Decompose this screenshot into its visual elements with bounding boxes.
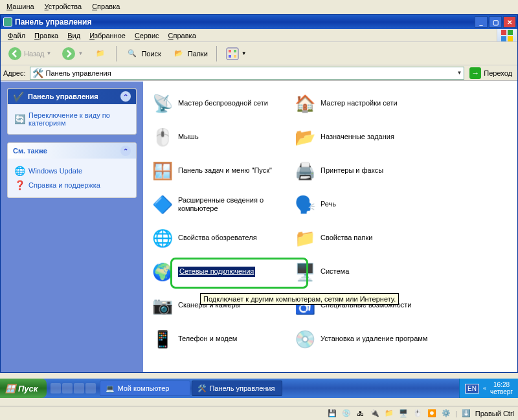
- cpl-item-label: Назначенные задания: [321, 133, 394, 141]
- ql-ie-icon[interactable]: [51, 383, 61, 393]
- menu-view[interactable]: Вид: [63, 30, 85, 41]
- cpl-item-label: Панель задач и меню "Пуск": [178, 166, 272, 175]
- menu-favorites[interactable]: Избранное: [85, 30, 130, 41]
- chevron-down-icon[interactable]: ▼: [456, 70, 462, 76]
- collapse-button[interactable]: ⌃: [120, 91, 131, 102]
- switch-category-view[interactable]: 🔄 Переключение к виду по категориям: [14, 109, 130, 129]
- back-label: Назад: [24, 50, 45, 58]
- network-connections-icon: 🌍: [151, 260, 174, 283]
- clock-day: четверг: [490, 388, 513, 395]
- wireless-wizard-icon: 📡: [151, 92, 174, 115]
- svg-rect-3: [508, 36, 513, 41]
- content-area: ✔️ Панель управления ⌃ 🔄 Переключение к …: [1, 81, 517, 372]
- system-tray: EN « 16:28 четверг: [459, 379, 518, 398]
- help-support-label: Справка и поддержка: [28, 181, 100, 189]
- vm-menu-help[interactable]: Справка: [88, 1, 124, 12]
- vm-net-icon[interactable]: 🖧: [355, 408, 366, 419]
- folder-options-icon: 📁: [293, 227, 317, 250]
- menu-help[interactable]: Справка: [164, 30, 201, 41]
- address-value: Панель управления: [46, 69, 111, 77]
- vm-menubar: Машина Устройства Справка: [0, 0, 518, 13]
- windows-flag-icon: [497, 29, 516, 41]
- close-button[interactable]: ✕: [503, 16, 516, 28]
- link-windows-update[interactable]: 🌐 Windows Update: [14, 164, 130, 178]
- cpl-item-add-remove-programs[interactable]: 💿Установка и удаление программ: [291, 325, 433, 353]
- folder-up-icon: 📁: [93, 47, 107, 61]
- folders-button[interactable]: 📂 Папки: [167, 44, 212, 63]
- svg-rect-1: [508, 30, 513, 35]
- forward-icon: [62, 47, 76, 61]
- clock[interactable]: 16:28 четверг: [490, 381, 513, 395]
- speech-icon: 🗣️: [293, 193, 317, 216]
- menu-edit[interactable]: Правка: [30, 30, 63, 41]
- vm-menu-machine[interactable]: Машина: [3, 1, 38, 12]
- scanners-cameras-icon: 📷: [151, 294, 174, 317]
- svg-rect-10: [234, 55, 236, 58]
- cpl-item-system-info[interactable]: 🔷Расширенные сведения о компьютере: [148, 190, 291, 219]
- ql-desktop-icon[interactable]: [62, 383, 73, 393]
- chevron-down-icon: ▼: [78, 50, 83, 56]
- cpl-item-phone-modem[interactable]: 📱Телефон и модем: [148, 325, 291, 353]
- cpl-item-mouse[interactable]: 🖱️Мышь: [148, 123, 291, 151]
- vm-mouse-icon[interactable]: 🖱️: [412, 408, 423, 419]
- svg-rect-7: [229, 50, 231, 52]
- task-control-panel[interactable]: 🛠️ Панель управления: [192, 381, 282, 396]
- cpl-item-scheduled-tasks[interactable]: 📂Назначенные задания: [291, 123, 433, 151]
- maximize-button[interactable]: ▢: [489, 16, 502, 28]
- ql-media-icon[interactable]: [74, 383, 84, 393]
- tray-expand-icon[interactable]: «: [483, 385, 486, 392]
- cpl-item-taskbar-start[interactable]: 🪟Панель задач и меню "Пуск": [148, 157, 291, 185]
- windows-update-label: Windows Update: [28, 167, 82, 175]
- vm-cpu-icon[interactable]: ⚙️: [441, 408, 451, 419]
- start-button[interactable]: 🪟 Пуск: [0, 379, 47, 398]
- collapse-button[interactable]: ⌃: [120, 146, 131, 156]
- vm-status-bar: 💾 💿 🖧 🔌 📁 🖥️ 🖱️ ⏺️ ⚙️ | ⬇️ Правый Ctrl: [0, 406, 518, 420]
- control-panel-icon: [3, 17, 12, 27]
- go-label: Переход: [484, 69, 512, 77]
- taskbar: 🪟 Пуск 💻 Мой компьютер 🛠️ Панель управле…: [0, 379, 518, 398]
- cpl-item-network-wizard[interactable]: 🏠Мастер настройки сети: [291, 89, 433, 118]
- vm-shared-icon[interactable]: 📁: [384, 408, 394, 419]
- menu-file[interactable]: Файл: [3, 30, 30, 41]
- cpl-item-internet-options[interactable]: 🌐Свойства обозревателя: [148, 224, 291, 252]
- control-panel-icon: ✔️: [13, 91, 24, 102]
- control-panel-icon: 🛠️: [32, 68, 43, 78]
- views-button[interactable]: ▼: [221, 44, 251, 63]
- vm-cd-icon[interactable]: 💿: [341, 408, 352, 419]
- task-my-computer[interactable]: 💻 Мой компьютер: [100, 381, 190, 396]
- cpl-item-network-connections[interactable]: 🌍Сетевые подключения: [148, 258, 291, 286]
- go-arrow-icon: →: [469, 67, 481, 79]
- minimize-button[interactable]: _: [475, 16, 488, 28]
- svg-rect-2: [501, 36, 506, 41]
- forward-button[interactable]: ▼: [57, 44, 87, 63]
- cpl-item-system[interactable]: 🖥️Система: [291, 258, 433, 286]
- sidebar-panel-main: ✔️ Панель управления ⌃ 🔄 Переключение к …: [7, 88, 137, 135]
- mouse-icon: 🖱️: [151, 126, 174, 149]
- link-help-support[interactable]: ❓ Справка и поддержка: [14, 178, 130, 192]
- vm-rec-icon[interactable]: ⏺️: [427, 408, 437, 419]
- cpl-item-folder-options[interactable]: 📁Свойства папки: [291, 224, 433, 252]
- vm-hdd-icon[interactable]: 💾: [327, 408, 337, 419]
- go-button[interactable]: → Переход: [467, 67, 515, 79]
- lang-indicator[interactable]: EN: [465, 384, 479, 393]
- clock-time: 16:28: [490, 381, 513, 388]
- address-field[interactable]: 🛠️ Панель управления ▼: [30, 67, 465, 80]
- cpl-item-speech[interactable]: 🗣️Речь: [291, 190, 433, 219]
- switch-icon: 🔄: [14, 114, 25, 124]
- cpl-item-label: Сетевые подключения: [178, 267, 255, 276]
- vm-menu-devices[interactable]: Устройства: [41, 1, 86, 12]
- menu-tools[interactable]: Сервис: [130, 30, 164, 41]
- cpl-item-printers-faxes[interactable]: 🖨️Принтеры и факсы: [291, 157, 433, 185]
- svg-rect-6: [227, 48, 238, 60]
- search-button[interactable]: 🔍 Поиск: [120, 44, 165, 63]
- cpl-item-label: Мастер беспроводной сети: [178, 99, 268, 107]
- back-icon: [8, 47, 22, 61]
- back-button[interactable]: Назад ▼: [3, 44, 56, 63]
- vm-display-icon[interactable]: 🖥️: [398, 408, 409, 419]
- up-button[interactable]: 📁: [89, 44, 112, 63]
- chevron-down-icon: ▼: [242, 50, 247, 56]
- ql-folder-icon[interactable]: [85, 383, 96, 393]
- window-title: Панель управления: [15, 17, 91, 27]
- cpl-item-wireless-wizard[interactable]: 📡Мастер беспроводной сети: [148, 89, 291, 118]
- vm-usb-icon[interactable]: 🔌: [370, 408, 380, 419]
